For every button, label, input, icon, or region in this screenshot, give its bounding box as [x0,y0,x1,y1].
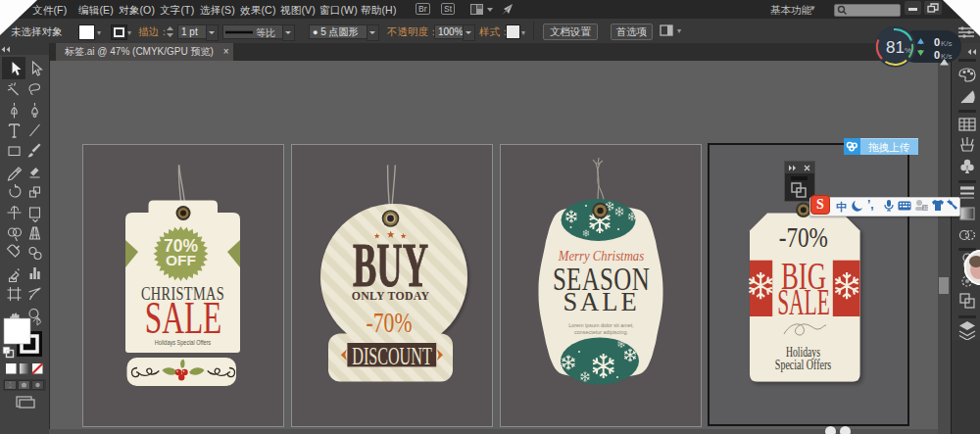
svg-text:-70%: -70% [779,222,828,254]
svg-text:K/s: K/s [941,39,953,48]
svg-text:Holidays Special Offers: Holidays Special Offers [155,339,211,348]
svg-text:-70%: -70% [367,307,413,339]
svg-text:SALE: SALE [777,282,830,323]
svg-text:10: 10 [923,205,928,211]
svg-text:Special Offers: Special Offers [775,355,831,372]
svg-text:ONLY TODAY: ONLY TODAY [352,288,429,302]
svg-text:SALE: SALE [563,287,639,316]
svg-text:%: % [905,46,911,55]
svg-text:Lorem ipsum dolor sit amet,: Lorem ipsum dolor sit amet, [568,322,634,328]
svg-text:SALE: SALE [145,292,222,344]
svg-text:DISCOUNT: DISCOUNT [352,342,431,370]
svg-text:81: 81 [886,38,905,57]
svg-text:0: 0 [934,36,940,48]
svg-text:consectetur adipiscing.: consectetur adipiscing. [574,329,628,335]
svg-text:OFF: OFF [166,252,196,268]
